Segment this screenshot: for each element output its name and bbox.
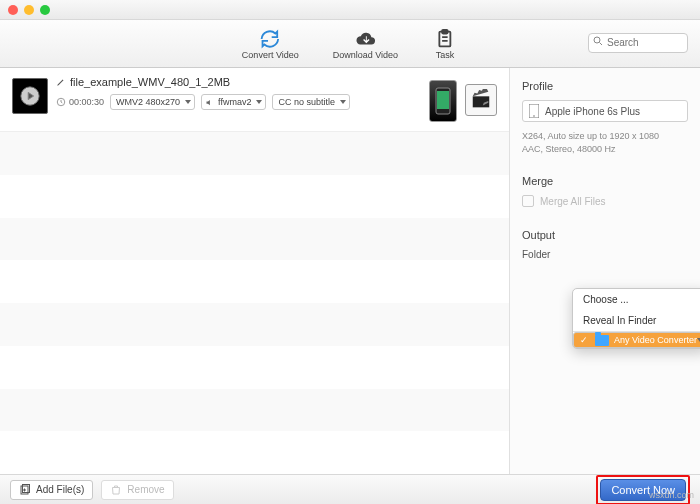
play-icon — [19, 85, 41, 107]
file-row[interactable]: file_example_WMV_480_1_2MB 00:00:30 WMV2… — [0, 68, 509, 132]
edit-video-button[interactable] — [465, 84, 497, 116]
subtitle-select[interactable]: CC no subtitle — [272, 94, 350, 110]
minimize-window-button[interactable] — [24, 5, 34, 15]
merge-all-checkbox[interactable]: Merge All Files — [522, 195, 688, 207]
folder-label: Folder — [522, 249, 550, 260]
task-tab[interactable]: Task — [432, 28, 458, 60]
video-format-select[interactable]: WMV2 480x270 — [110, 94, 195, 110]
device-preview-button[interactable] — [429, 80, 457, 122]
trash-icon — [110, 484, 122, 496]
window-titlebar — [0, 0, 700, 20]
footer: Add File(s) Remove Convert Now — [0, 474, 700, 504]
audio-format-select[interactable]: ffwmav2 — [201, 94, 266, 110]
video-thumbnail[interactable] — [12, 78, 48, 114]
svg-line-5 — [600, 43, 603, 46]
convert-video-label: Convert Video — [242, 50, 299, 60]
profile-value: Apple iPhone 6s Plus — [545, 106, 640, 117]
close-window-button[interactable] — [8, 5, 18, 15]
search-field[interactable] — [588, 32, 688, 53]
traffic-lights[interactable] — [8, 5, 50, 15]
convert-video-tab[interactable]: Convert Video — [242, 28, 299, 60]
refresh-icon — [257, 28, 283, 50]
add-files-button[interactable]: Add File(s) — [10, 480, 93, 500]
pencil-icon[interactable] — [56, 77, 66, 87]
svg-point-4 — [594, 37, 600, 43]
file-duration: 00:00:30 — [69, 97, 104, 107]
phone-icon — [435, 87, 451, 115]
output-folder-menu[interactable]: Choose ... Reveal In Finder ✓ Any Video … — [572, 288, 700, 349]
merge-heading: Merge — [522, 175, 688, 187]
remove-button[interactable]: Remove — [101, 480, 173, 500]
file-name: file_example_WMV_480_1_2MB — [70, 76, 230, 88]
profile-heading: Profile — [522, 80, 688, 92]
watermark: wsxdn.com — [649, 490, 694, 500]
profile-select[interactable]: Apple iPhone 6s Plus — [522, 100, 688, 122]
remove-label: Remove — [127, 484, 164, 495]
phone-small-icon — [529, 104, 539, 118]
download-video-label: Download Video — [333, 50, 398, 60]
add-files-label: Add File(s) — [36, 484, 84, 495]
zoom-window-button[interactable] — [40, 5, 50, 15]
download-video-tab[interactable]: Download Video — [333, 28, 398, 60]
sidebar: Profile Apple iPhone 6s Plus X264, Auto … — [510, 68, 700, 474]
menu-selected-label: Any Video Converter — [614, 335, 697, 345]
menu-reveal[interactable]: Reveal In Finder — [573, 310, 700, 331]
file-list: file_example_WMV_480_1_2MB 00:00:30 WMV2… — [0, 68, 510, 474]
folder-icon — [595, 335, 609, 346]
search-icon — [592, 35, 604, 47]
volume-icon — [205, 98, 214, 107]
clipboard-icon — [432, 28, 458, 50]
main-toolbar: Convert Video Download Video Task — [0, 20, 700, 68]
menu-selected-folder[interactable]: ✓ Any Video Converter — [573, 332, 700, 348]
cloud-download-icon — [352, 28, 378, 50]
svg-rect-9 — [437, 91, 449, 109]
svg-rect-1 — [442, 29, 448, 33]
clapperboard-icon — [470, 89, 492, 111]
task-label: Task — [436, 50, 455, 60]
profile-info-2: AAC, Stereo, 48000 Hz — [522, 143, 688, 156]
menu-choose[interactable]: Choose ... — [573, 289, 700, 310]
svg-point-12 — [533, 115, 535, 117]
checkbox-box — [522, 195, 534, 207]
merge-checkbox-label: Merge All Files — [540, 196, 606, 207]
profile-info-1: X264, Auto size up to 1920 x 1080 — [522, 130, 688, 143]
add-file-icon — [19, 484, 31, 496]
clock-icon — [56, 97, 66, 107]
checkmark-icon: ✓ — [580, 335, 590, 345]
output-heading: Output — [522, 229, 688, 241]
